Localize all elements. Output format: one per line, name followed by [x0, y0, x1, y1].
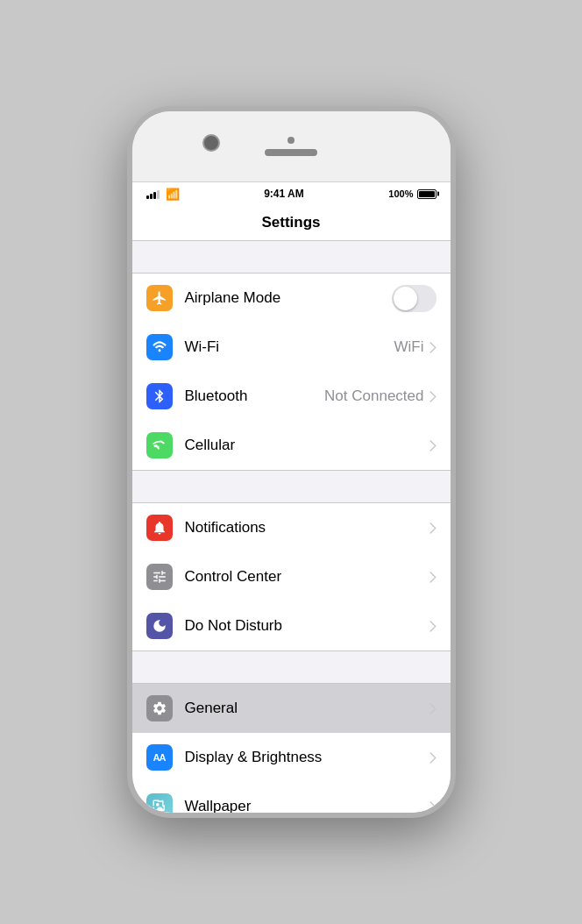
wifi-status-icon: 📶 [166, 188, 180, 201]
battery-icon [417, 189, 436, 199]
row-display-brightness[interactable]: AA Display & Brightness [132, 733, 451, 782]
row-bluetooth[interactable]: Bluetooth Not Connected [132, 372, 451, 421]
battery-fill [419, 191, 435, 197]
row-general[interactable]: General [132, 684, 451, 733]
row-cellular[interactable]: Cellular [132, 421, 451, 470]
wifi-label: Wi-Fi [185, 338, 394, 356]
wallpaper-icon [146, 793, 173, 813]
front-camera [202, 134, 220, 152]
control-center-chevron [429, 572, 436, 583]
status-right: 100% [388, 188, 436, 199]
wifi-chevron [429, 342, 436, 353]
airplane-mode-toggle[interactable] [392, 285, 436, 312]
phone-inner: 📶 9:41 AM 100% Settings [132, 111, 451, 813]
control-center-svg [152, 569, 167, 585]
row-control-center[interactable]: Control Center [132, 552, 451, 601]
status-bar: 📶 9:41 AM 100% [132, 182, 451, 205]
signal-bar-1 [146, 195, 149, 199]
signal-bars [146, 188, 160, 199]
bluetooth-svg [152, 388, 167, 404]
general-chevron [429, 703, 436, 714]
control-center-label: Control Center [185, 568, 429, 586]
bluetooth-value: Not Connected [324, 387, 423, 405]
screen: 📶 9:41 AM 100% Settings [132, 181, 451, 813]
section-system1: Notifications Control Center [132, 502, 451, 651]
battery-icon-container [417, 189, 436, 199]
cellular-icon [146, 432, 173, 458]
airplane-mode-label: Airplane Mode [185, 289, 392, 307]
speaker-grille [265, 149, 317, 156]
wifi-value: WiFi [394, 338, 424, 356]
do-not-disturb-label: Do Not Disturb [185, 617, 429, 635]
battery-percent: 100% [388, 188, 413, 199]
section-connectivity: Airplane Mode Wi-Fi WiFi [132, 273, 451, 471]
row-airplane-mode[interactable]: Airplane Mode [132, 274, 451, 323]
group-separator-3 [132, 651, 451, 683]
nav-title-bar: Settings [132, 205, 451, 241]
do-not-disturb-icon [146, 613, 173, 639]
hardware-top [132, 111, 451, 181]
airplane-svg [152, 290, 167, 306]
airplane-mode-icon [146, 285, 173, 311]
signal-bar-2 [150, 194, 153, 199]
page-title: Settings [261, 214, 320, 231]
display-brightness-chevron [429, 752, 436, 764]
phone-device: 📶 9:41 AM 100% Settings [127, 106, 456, 818]
section-system2: General AA Display & Brightness [132, 683, 451, 813]
signal-bar-4 [157, 190, 160, 199]
display-brightness-label: Display & Brightness [185, 749, 429, 766]
svg-point-0 [155, 803, 159, 807]
cellular-chevron [429, 440, 436, 451]
do-not-disturb-chevron [429, 621, 436, 632]
row-notifications[interactable]: Notifications [132, 503, 451, 552]
status-time: 9:41 AM [264, 188, 304, 200]
notifications-chevron [429, 522, 436, 534]
general-label: General [185, 700, 429, 717]
settings-list[interactable]: Airplane Mode Wi-Fi WiFi [132, 241, 451, 813]
status-left: 📶 [146, 188, 180, 201]
row-do-not-disturb[interactable]: Do Not Disturb [132, 601, 451, 650]
gear-svg [152, 700, 167, 716]
wallpaper-chevron [429, 801, 436, 813]
group-separator-top [132, 241, 451, 273]
notifications-svg [152, 520, 167, 536]
signal-bar-3 [153, 192, 156, 199]
group-separator-2 [132, 471, 451, 502]
bluetooth-icon [146, 383, 173, 409]
notifications-icon [146, 515, 173, 541]
row-wallpaper[interactable]: Wallpaper [132, 782, 451, 813]
general-icon [146, 695, 173, 721]
wifi-svg [152, 339, 167, 355]
wallpaper-label: Wallpaper [185, 798, 429, 813]
moon-svg [152, 618, 167, 634]
bluetooth-chevron [429, 391, 436, 402]
wifi-icon [146, 334, 173, 360]
notifications-label: Notifications [185, 519, 429, 537]
cellular-label: Cellular [185, 437, 429, 454]
toggle-knob [394, 287, 417, 310]
cellular-svg [152, 437, 167, 453]
wallpaper-svg [152, 799, 167, 813]
display-brightness-icon: AA [146, 744, 173, 771]
bluetooth-label: Bluetooth [185, 387, 325, 405]
control-center-icon [146, 564, 173, 590]
speaker-dot [287, 137, 295, 144]
row-wifi[interactable]: Wi-Fi WiFi [132, 323, 451, 372]
